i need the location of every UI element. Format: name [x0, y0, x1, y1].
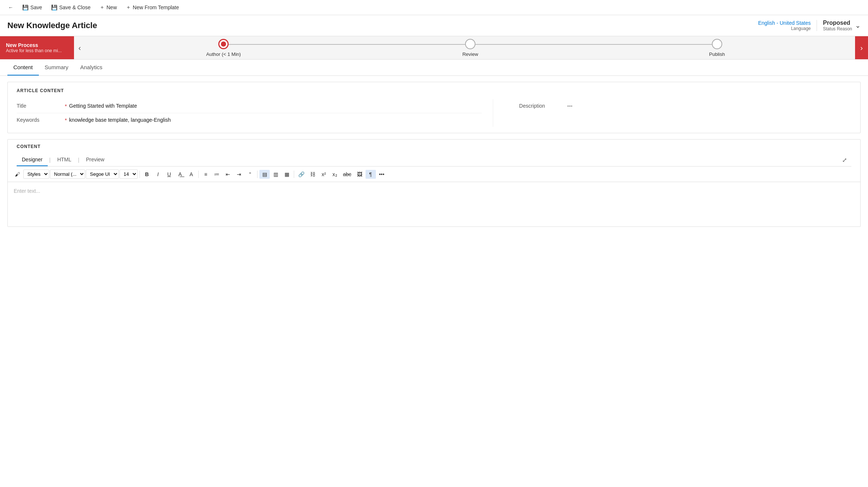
keywords-label: Keywords — [17, 117, 65, 123]
title-field-row: Title * Getting Started with Template — [17, 99, 482, 113]
toolbar: ← 💾 Save 💾 Save & Close ＋ New ＋ New From… — [0, 0, 868, 15]
more-button[interactable]: ••• — [377, 170, 387, 179]
description-label: Description — [519, 103, 567, 109]
back-icon: ← — [8, 4, 13, 10]
editor-tabs: Designer | HTML | Preview ⤢ — [17, 154, 851, 167]
editor-toolbar: 🖌 Styles Normal (... Segoe UI 14 B I U A… — [8, 167, 860, 182]
strikethrough-button[interactable]: abc — [341, 170, 354, 179]
process-name: New Process — [6, 42, 68, 48]
align-left-button[interactable]: ≡ — [201, 170, 211, 179]
process-step-publish[interactable]: Publish — [593, 39, 840, 57]
save-close-icon: 💾 — [51, 4, 57, 10]
status-chevron-icon[interactable]: ⌄ — [855, 21, 861, 30]
header-right: English - United States Language Propose… — [758, 20, 861, 31]
new-template-button[interactable]: ＋ New From Template — [122, 2, 183, 13]
toolbar-sep-1 — [139, 171, 140, 178]
title-label: Title — [17, 103, 65, 109]
status-section[interactable]: Proposed Status Reason ⌄ — [823, 20, 861, 31]
save-button[interactable]: 💾 Save — [18, 3, 46, 12]
underline-button[interactable]: U — [164, 170, 174, 179]
status-value: Proposed — [823, 20, 852, 26]
description-field-row: Description --- — [519, 99, 851, 112]
process-steps: Author (< 1 Min) Review Publish — [85, 36, 855, 59]
new-button[interactable]: ＋ New — [96, 2, 121, 13]
language-label: Language — [758, 26, 811, 31]
page-title: New Knowledge Article — [7, 21, 97, 30]
blockquote-button[interactable]: " — [245, 170, 255, 179]
status-info: Proposed Status Reason — [823, 20, 852, 31]
process-prev-button[interactable]: ‹ — [74, 36, 85, 59]
article-content-card: ARTICLE CONTENT Title * Getting Started … — [7, 82, 861, 133]
save-icon: 💾 — [22, 4, 28, 10]
process-step-review[interactable]: Review — [347, 39, 594, 57]
align-right2-button[interactable]: ▦ — [282, 170, 292, 179]
toolbar-sep-2 — [198, 171, 199, 178]
step-circle-review — [465, 39, 475, 49]
link-button[interactable]: 🔗 — [296, 170, 307, 179]
font-select[interactable]: Segoe UI — [86, 169, 119, 179]
subscript-button[interactable]: x₂ — [330, 170, 340, 179]
process-sub: Active for less than one mi... — [6, 48, 68, 53]
title-required-icon: * — [65, 103, 67, 109]
tab-analytics[interactable]: Analytics — [74, 60, 108, 75]
keywords-value[interactable]: knowledge base template, language-Englis… — [69, 117, 171, 123]
step-label-review: Review — [462, 51, 478, 57]
description-value[interactable]: --- — [567, 103, 572, 109]
paint-format-button[interactable]: 🖌 — [12, 170, 23, 179]
language-section[interactable]: English - United States Language — [758, 20, 817, 31]
align-center-button[interactable]: ▥ — [270, 170, 281, 179]
editor-placeholder: Enter text... — [14, 188, 40, 194]
step-circle-author — [218, 39, 229, 49]
paragraph-button[interactable]: ¶ — [366, 170, 376, 179]
content-editor-card: CONTENT Designer | HTML | Preview ⤢ 🖌 St… — [7, 139, 861, 227]
process-label[interactable]: New Process Active for less than one mi.… — [0, 36, 74, 59]
process-step-author[interactable]: Author (< 1 Min) — [100, 39, 347, 57]
bold-button[interactable]: B — [142, 170, 152, 179]
toolbar-sep-3 — [257, 171, 258, 178]
tab-sep-2: | — [77, 157, 81, 163]
superscript-button[interactable]: x² — [319, 170, 329, 179]
editor-body[interactable]: Enter text... — [8, 182, 860, 226]
format-select[interactable]: Normal (... — [50, 169, 85, 179]
toolbar-sep-4 — [294, 171, 294, 178]
indent-button[interactable]: ⇥ — [234, 170, 244, 179]
status-label: Status Reason — [823, 26, 852, 31]
keywords-required-icon: * — [65, 117, 67, 123]
step-label-author: Author (< 1 Min) — [206, 51, 241, 57]
image-button[interactable]: 🖼 — [354, 170, 365, 179]
keywords-field-row: Keywords * knowledge base template, lang… — [17, 113, 482, 127]
step-label-publish: Publish — [709, 51, 725, 57]
article-fields-left: Title * Getting Started with Template Ke… — [17, 99, 493, 127]
article-content-title: ARTICLE CONTENT — [17, 88, 851, 93]
tab-summary[interactable]: Summary — [39, 60, 74, 75]
article-fields-right: Description --- — [508, 99, 851, 127]
unlink-button[interactable]: ⛓ — [307, 170, 318, 179]
italic-button[interactable]: I — [153, 170, 163, 179]
page-header: New Knowledge Article English - United S… — [0, 15, 868, 36]
expand-icon[interactable]: ⤢ — [842, 157, 847, 164]
outdent-button[interactable]: ⇤ — [223, 170, 233, 179]
tab-preview[interactable]: Preview — [81, 154, 110, 166]
title-value[interactable]: Getting Started with Template — [69, 103, 137, 109]
language-value[interactable]: English - United States — [758, 20, 811, 26]
align-full-button[interactable]: ▤ — [259, 170, 270, 179]
styles-select[interactable]: Styles — [23, 169, 49, 179]
step-circle-publish — [712, 39, 722, 49]
tab-content[interactable]: Content — [7, 60, 39, 75]
content-section-title: CONTENT — [17, 144, 851, 149]
size-select[interactable]: 14 — [120, 169, 138, 179]
process-bar: New Process Active for less than one mi.… — [0, 36, 868, 60]
bullet-list-button[interactable]: ≔ — [212, 170, 222, 179]
highlight-button[interactable]: A͟ — [175, 170, 185, 179]
tab-sep-1: | — [48, 157, 52, 163]
font-color-button[interactable]: A — [186, 170, 196, 179]
save-close-button[interactable]: 💾 Save & Close — [47, 3, 94, 12]
new-template-icon: ＋ — [126, 4, 131, 11]
tabs-bar: Content Summary Analytics — [0, 60, 868, 76]
new-icon: ＋ — [100, 4, 105, 11]
tab-designer[interactable]: Designer — [17, 154, 48, 166]
content-header: CONTENT Designer | HTML | Preview ⤢ — [8, 140, 860, 167]
back-button[interactable]: ← — [4, 3, 17, 12]
tab-html[interactable]: HTML — [52, 154, 77, 166]
process-next-button[interactable]: › — [855, 36, 868, 59]
